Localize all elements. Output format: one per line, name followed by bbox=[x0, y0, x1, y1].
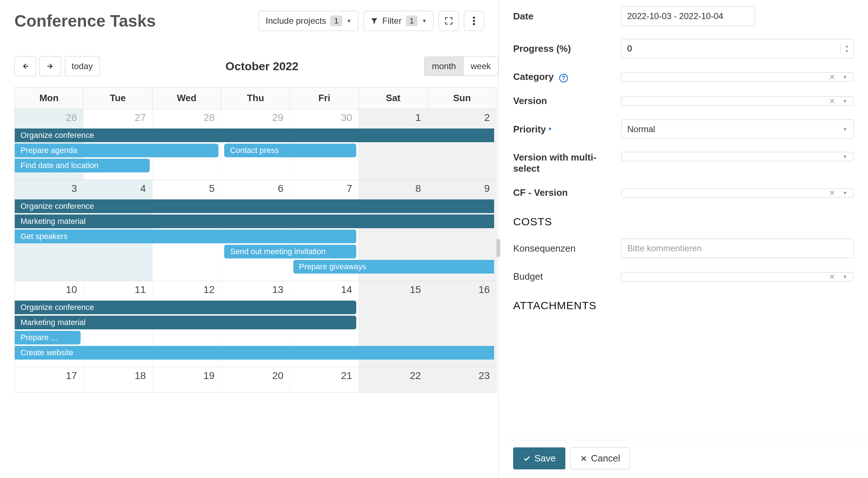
day-header: Wed bbox=[153, 87, 221, 109]
chevron-down-icon[interactable]: ▼ bbox=[842, 126, 847, 132]
detail-panel: Date 2022-10-03 - 2022-10-04 Progress (%… bbox=[498, 0, 868, 478]
day-header: Tue bbox=[83, 87, 152, 109]
cf-version-label: CF - Version bbox=[513, 187, 621, 198]
cf-version-select[interactable]: ✕ ▼ bbox=[621, 188, 854, 198]
progress-stepper[interactable]: ▲ ▼ bbox=[621, 39, 854, 58]
day-cell[interactable]: 22 bbox=[359, 367, 428, 384]
priority-select[interactable]: Normal ▼ bbox=[621, 120, 854, 139]
day-cell[interactable]: 6 bbox=[221, 180, 290, 197]
day-cell[interactable]: 28 bbox=[152, 109, 221, 126]
category-select[interactable]: ✕ ▼ bbox=[621, 72, 854, 82]
day-cell[interactable]: 12 bbox=[152, 281, 221, 298]
svg-point-0 bbox=[473, 17, 475, 19]
day-header: Mon bbox=[15, 87, 83, 109]
stepper-down-icon[interactable]: ▼ bbox=[841, 49, 853, 54]
svg-point-1 bbox=[473, 20, 475, 22]
chevron-down-icon[interactable]: ▼ bbox=[842, 190, 847, 196]
day-cell[interactable]: 13 bbox=[221, 281, 290, 298]
day-cell[interactable]: 1 bbox=[359, 109, 428, 126]
stepper-up-icon[interactable]: ▲ bbox=[841, 44, 853, 49]
calendar-event[interactable]: Organize conference bbox=[15, 301, 356, 314]
day-cell[interactable]: 30 bbox=[290, 109, 359, 126]
calendar-event[interactable]: Marketing material bbox=[15, 215, 494, 228]
calendar-event[interactable]: Find date and location bbox=[15, 159, 150, 172]
splitter-handle[interactable] bbox=[497, 239, 500, 257]
chevron-down-icon[interactable]: ▼ bbox=[842, 154, 847, 159]
more-menu-button[interactable] bbox=[464, 11, 484, 31]
day-cell[interactable]: 27 bbox=[83, 109, 152, 126]
include-projects-dropdown[interactable]: Include projects 1 ▼ bbox=[259, 11, 358, 31]
cancel-button[interactable]: Cancel bbox=[570, 447, 630, 469]
day-cell[interactable]: 23 bbox=[428, 367, 496, 384]
day-cell[interactable]: 26 bbox=[15, 109, 83, 126]
calendar-event[interactable]: Send out meeting invitation bbox=[224, 245, 356, 258]
version-multiselect-label: Version with multi-select bbox=[513, 152, 621, 174]
today-button[interactable]: today bbox=[65, 56, 100, 76]
day-cell[interactable]: 9 bbox=[428, 180, 496, 197]
day-cell[interactable]: 18 bbox=[83, 367, 152, 384]
calendar-event[interactable]: Get speakers bbox=[15, 230, 356, 243]
save-label: Save bbox=[534, 453, 556, 464]
calendar-event[interactable]: Prepare giveaways bbox=[293, 260, 494, 274]
calendar-event[interactable]: Contact press bbox=[224, 144, 356, 157]
day-header: Thu bbox=[221, 87, 290, 109]
day-cell[interactable]: 15 bbox=[359, 281, 428, 298]
clear-icon[interactable]: ✕ bbox=[829, 73, 835, 81]
calendar-event[interactable]: Create website bbox=[15, 346, 494, 360]
chevron-down-icon[interactable]: ▼ bbox=[842, 274, 847, 280]
day-cell[interactable]: 8 bbox=[359, 180, 428, 197]
help-icon[interactable]: ? bbox=[559, 74, 568, 82]
include-projects-count: 1 bbox=[330, 15, 342, 26]
calendar-event[interactable]: Organize conference bbox=[15, 199, 494, 213]
chevron-down-icon: ▼ bbox=[347, 18, 352, 24]
day-cell[interactable]: 4 bbox=[83, 180, 152, 197]
save-button[interactable]: Save bbox=[513, 447, 565, 469]
page-title: Conference Tasks bbox=[14, 11, 156, 31]
calendar-event[interactable]: Organize conference bbox=[15, 128, 494, 142]
clear-icon[interactable]: ✕ bbox=[829, 189, 835, 197]
category-label: Category ? bbox=[513, 71, 621, 82]
chevron-down-icon[interactable]: ▼ bbox=[842, 98, 847, 104]
day-cell[interactable]: 19 bbox=[152, 367, 221, 384]
next-button[interactable] bbox=[40, 56, 61, 76]
day-cell[interactable]: 10 bbox=[15, 281, 83, 298]
day-cell[interactable]: 16 bbox=[428, 281, 496, 298]
filter-dropdown[interactable]: Filter 1 ▼ bbox=[363, 11, 434, 31]
day-cell[interactable]: 21 bbox=[290, 367, 359, 384]
filter-icon bbox=[370, 17, 378, 25]
fullscreen-icon bbox=[444, 17, 453, 25]
day-cell[interactable]: 29 bbox=[221, 109, 290, 126]
day-cell[interactable]: 7 bbox=[290, 180, 359, 197]
konsequenzen-placeholder: Bitte kommentieren bbox=[627, 243, 702, 253]
kebab-icon bbox=[473, 16, 475, 26]
version-select[interactable]: ✕ ▼ bbox=[621, 96, 854, 106]
day-header: Fri bbox=[290, 87, 359, 109]
day-cell[interactable]: 3 bbox=[15, 180, 83, 197]
day-cell[interactable]: 2 bbox=[428, 109, 496, 126]
clear-icon[interactable]: ✕ bbox=[829, 97, 835, 105]
day-cell[interactable]: 20 bbox=[221, 367, 290, 384]
calendar-event[interactable]: Prepare ... bbox=[15, 331, 81, 344]
day-cell[interactable]: 5 bbox=[152, 180, 221, 197]
day-cell[interactable]: 11 bbox=[83, 281, 152, 298]
date-field[interactable]: 2022-10-03 - 2022-10-04 bbox=[621, 6, 755, 26]
fullscreen-button[interactable] bbox=[439, 11, 459, 31]
calendar-title: October 2022 bbox=[226, 60, 299, 73]
budget-select[interactable]: ✕ ▼ bbox=[621, 272, 854, 281]
chevron-down-icon: ▼ bbox=[422, 18, 427, 24]
month-view-button[interactable]: month bbox=[425, 57, 463, 76]
calendar-event[interactable]: Prepare agenda bbox=[15, 144, 218, 157]
progress-input[interactable] bbox=[621, 39, 840, 58]
version-multiselect[interactable]: ▼ bbox=[621, 152, 854, 161]
week-view-button[interactable]: week bbox=[463, 57, 498, 76]
chevron-down-icon[interactable]: ▼ bbox=[842, 74, 847, 80]
day-cell[interactable]: 14 bbox=[290, 281, 359, 298]
required-star-icon: * bbox=[548, 126, 551, 134]
clear-icon[interactable]: ✕ bbox=[829, 272, 835, 281]
progress-label: Progress (%) bbox=[513, 43, 621, 54]
prev-button[interactable] bbox=[14, 56, 36, 76]
calendar-grid: MonTueWedThuFriSatSun 262728293012Organi… bbox=[14, 87, 497, 393]
day-cell[interactable]: 17 bbox=[15, 367, 83, 384]
calendar-event[interactable]: Marketing material bbox=[15, 316, 356, 329]
konsequenzen-field[interactable]: Bitte kommentieren bbox=[621, 239, 854, 258]
